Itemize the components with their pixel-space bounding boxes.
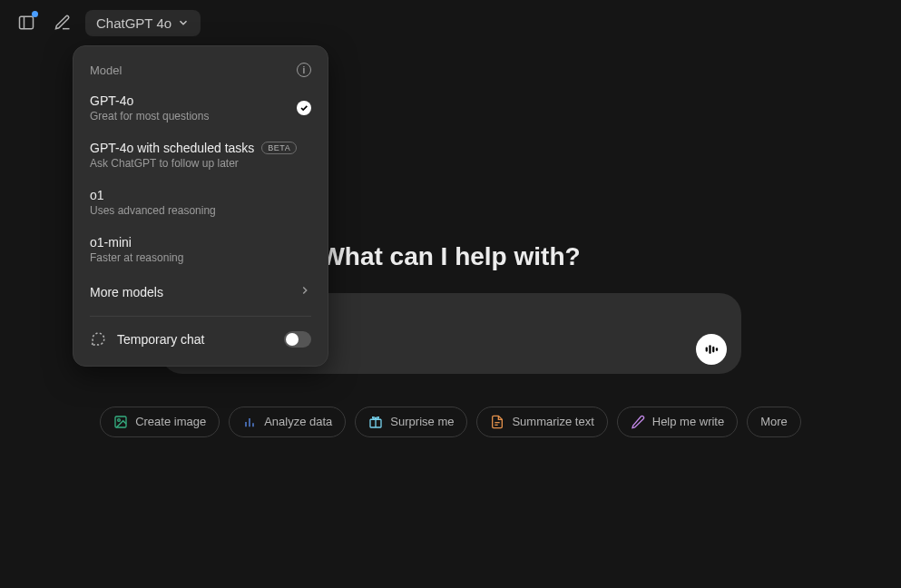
main-heading: What can I help with? [320, 242, 580, 271]
pencil-icon [631, 415, 645, 429]
temporary-chat-label: Temporary chat [117, 332, 204, 347]
model-option-o1-mini[interactable]: o1-mini Faster at reasoning [73, 226, 328, 273]
voice-button[interactable] [696, 334, 727, 365]
waveform-icon [703, 341, 720, 358]
beta-badge: BETA [261, 142, 297, 154]
chip-label: Create image [135, 415, 206, 428]
chip-create-image[interactable]: Create image [100, 407, 220, 437]
divider [90, 316, 311, 317]
chip-surprise-me[interactable]: Surprise me [355, 407, 467, 437]
chip-label: Summarize text [512, 415, 593, 428]
model-desc: Faster at reasoning [90, 251, 183, 264]
model-dropdown: Model i GPT-4o Great for most questions … [73, 45, 328, 367]
dashed-chat-icon [90, 331, 106, 348]
temporary-chat-row[interactable]: Temporary chat [73, 322, 328, 357]
suggestion-chips: Create image Analyze data Surprise me [100, 407, 801, 437]
model-option-o1[interactable]: o1 Uses advanced reasoning [73, 179, 328, 226]
svg-point-11 [118, 418, 121, 421]
chip-label: Surprise me [390, 415, 454, 428]
chart-icon [242, 415, 257, 429]
dropdown-header-label: Model [90, 64, 122, 77]
info-icon[interactable]: i [297, 63, 311, 77]
chip-summarize-text[interactable]: Summarize text [476, 407, 607, 437]
more-models-label: More models [90, 285, 163, 299]
model-name: o1 [90, 188, 104, 202]
checkmark-icon [297, 101, 311, 115]
chip-analyze-data[interactable]: Analyze data [229, 407, 346, 437]
model-option-gpt4o-tasks[interactable]: GPT-4o with scheduled tasks BETA Ask Cha… [73, 132, 328, 179]
model-option-gpt4o[interactable]: GPT-4o Great for most questions [73, 84, 328, 132]
model-name: o1-mini [90, 235, 132, 250]
model-name: GPT-4o [90, 93, 133, 108]
model-desc: Great for most questions [90, 110, 209, 122]
toggle-knob [286, 333, 299, 346]
chevron-right-icon [299, 284, 311, 299]
model-desc: Uses advanced reasoning [90, 204, 216, 217]
document-icon [490, 415, 504, 429]
chip-more[interactable]: More [747, 407, 801, 437]
chip-help-me-write[interactable]: Help me write [617, 407, 738, 437]
model-desc: Ask ChatGPT to follow up later [90, 157, 297, 170]
chip-label: More [760, 415, 788, 428]
image-icon [113, 415, 128, 429]
chip-label: Help me write [652, 415, 724, 428]
chip-label: Analyze data [264, 415, 332, 428]
gift-icon [368, 415, 383, 429]
temporary-chat-toggle[interactable] [284, 331, 311, 348]
more-models-button[interactable]: More models [73, 273, 328, 310]
model-name: GPT-4o with scheduled tasks [90, 141, 254, 155]
